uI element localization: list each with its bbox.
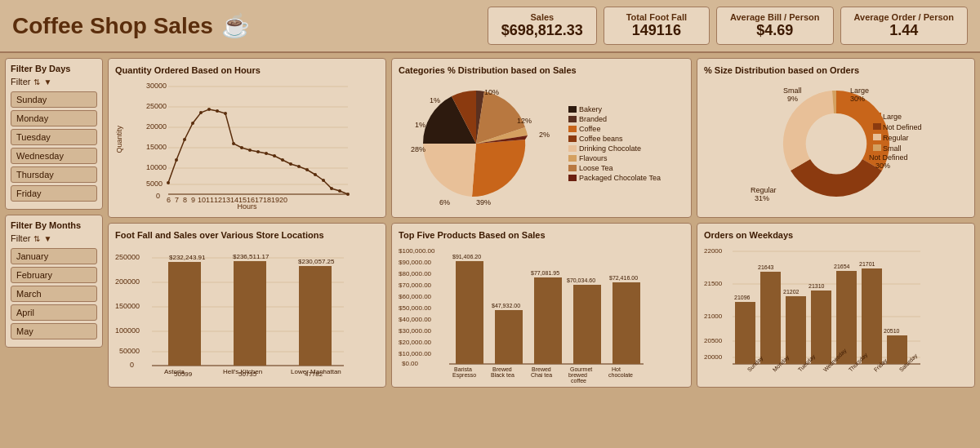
legend-color-coffee (568, 126, 577, 132)
legend-flavours: Flavours (568, 154, 661, 162)
svg-text:28%: 28% (411, 145, 425, 153)
days-list: SundayMondayTuesdayWednesdayThursdayFrid… (11, 91, 97, 202)
sidebar-day-wednesday[interactable]: Wednesday (11, 148, 97, 164)
donut-chart-svg: Large 30% Not Defined 30% Regular 31% Sm… (742, 78, 930, 209)
sidebar-day-friday[interactable]: Friday (11, 185, 97, 202)
legend-color-flavours (568, 155, 577, 162)
filter-funnel-icon-months[interactable]: ▼ (43, 234, 51, 243)
sidebar-month-may[interactable]: May (11, 323, 97, 339)
svg-text:Large: Large (850, 86, 869, 95)
kpi-value-0: $698,812.33 (501, 22, 583, 39)
svg-rect-157 (887, 335, 907, 364)
svg-rect-92 (234, 261, 266, 366)
svg-text:21654: 21654 (834, 264, 850, 269)
coffee-icon: ☕ (221, 12, 250, 39)
kpi-card-1: Total Foot Fall149116 (604, 7, 710, 45)
legend-color-loose-tea (568, 165, 577, 171)
kpi-card-2: Average Bill / Person$4.69 (716, 7, 834, 45)
svg-text:18: 18 (263, 196, 271, 204)
svg-text:Brewed: Brewed (492, 366, 512, 372)
svg-text:9%: 9% (787, 95, 798, 103)
sidebar-months: Filter By Months Filter ⇅ ▼ JanuaryFebru… (5, 215, 103, 348)
svg-text:$230,057.25: $230,057.25 (298, 258, 335, 265)
sidebar-day-thursday[interactable]: Thursday (11, 166, 97, 183)
svg-rect-147 (760, 272, 781, 364)
x-axis-label: Hours (115, 202, 379, 211)
sidebar-days: Filter By Days Filter ⇅ ▼ SundayMondayTu… (5, 58, 103, 210)
line-chart-panel: Quantity Ordered Based on Hours Quantity… (108, 58, 386, 218)
svg-text:21701: 21701 (859, 261, 875, 267)
svg-text:30%: 30% (850, 95, 865, 103)
svg-text:Black tea: Black tea (491, 372, 514, 378)
svg-text:Espresso: Espresso (452, 372, 476, 379)
bar-chart1-title: Foot Fall and Sales over Various Store L… (115, 230, 379, 240)
bar-chart2-panel: Top Five Products Based on Sales $100,00… (391, 223, 692, 388)
svg-text:$232,243.91: $232,243.91 (169, 254, 206, 261)
svg-rect-73 (873, 134, 881, 140)
svg-text:$100,000.00: $100,000.00 (399, 247, 435, 255)
sidebar-month-february[interactable]: February (11, 267, 97, 283)
filter-sort-icon[interactable]: ⇅ (33, 78, 40, 86)
svg-text:13: 13 (222, 196, 230, 204)
svg-text:Not Defined: Not Defined (869, 153, 908, 162)
sidebar-month-april[interactable]: April (11, 304, 97, 321)
filter-controls-days: Filter ⇅ ▼ (11, 77, 97, 86)
legend-label-branded: Branded (579, 115, 607, 123)
svg-rect-155 (862, 268, 882, 364)
svg-point-33 (314, 173, 317, 176)
svg-rect-145 (735, 302, 755, 364)
svg-text:$72,416.00: $72,416.00 (609, 275, 638, 281)
filter-label-months: Filter (11, 233, 30, 243)
svg-text:21310: 21310 (808, 283, 825, 289)
svg-rect-75 (873, 144, 881, 151)
bar-chart1-svg: 250000 200000 150000 100000 50000 0 $232… (115, 243, 352, 378)
bar-chart3-svg: 22000 21500 21000 20500 20000 21096 (704, 243, 924, 378)
svg-point-22 (224, 112, 227, 115)
svg-text:12: 12 (214, 196, 222, 204)
svg-text:20000: 20000 (704, 353, 723, 361)
svg-text:Astoria: Astoria (164, 368, 185, 375)
pie-chart-svg: 12% 2% 39% 6% 28% 1% 1% 10% (399, 78, 562, 209)
filter-funnel-icon[interactable]: ▼ (43, 78, 51, 86)
kpi-cards: Sales$698,812.33Total Foot Fall149116Ave… (488, 7, 968, 45)
sidebar-day-monday[interactable]: Monday (11, 110, 97, 126)
svg-text:$91,406.20: $91,406.20 (452, 254, 481, 259)
svg-text:22000: 22000 (704, 247, 723, 255)
kpi-value-2: $4.69 (730, 22, 820, 39)
filter-label-days: Filter (11, 77, 30, 86)
pie-chart-title: Categories % Distribution based on Sales (399, 65, 684, 75)
sidebar-month-march[interactable]: March (11, 286, 97, 302)
svg-text:6%: 6% (439, 198, 450, 206)
svg-point-19 (199, 111, 203, 114)
app-title: Coffee Shop Sales ☕ (12, 12, 250, 39)
line-chart-title: Quantity Ordered Based on Hours (115, 65, 379, 75)
svg-text:21202: 21202 (783, 289, 800, 295)
svg-rect-121 (612, 282, 640, 364)
svg-point-15 (167, 181, 170, 184)
legend-color-branded (568, 116, 577, 122)
bar-chart2-title: Top Five Products Based on Sales (399, 230, 684, 240)
filter-sort-icon-months[interactable]: ⇅ (33, 234, 40, 243)
svg-text:10000: 10000 (146, 163, 167, 171)
svg-point-24 (240, 146, 243, 149)
sidebar-month-january[interactable]: January (11, 248, 97, 264)
bar-chart3-title: Orders on Weekdays (704, 230, 968, 240)
svg-text:7: 7 (175, 196, 179, 204)
svg-text:Hell's Kitchen: Hell's Kitchen (223, 368, 262, 375)
legend-coffee: Coffee (568, 125, 661, 133)
svg-text:39%: 39% (476, 198, 491, 206)
sidebar-day-tuesday[interactable]: Tuesday (11, 129, 97, 145)
svg-text:Barista: Barista (454, 366, 472, 372)
svg-text:11: 11 (206, 196, 214, 204)
bar-chart1-panel: Foot Fall and Sales over Various Store L… (108, 223, 386, 388)
sidebar-days-title: Filter By Days (11, 64, 97, 73)
svg-text:chocolate: chocolate (608, 372, 633, 378)
header: Coffee Shop Sales ☕ Sales$698,812.33Tota… (0, 0, 980, 53)
svg-text:31%: 31% (755, 194, 769, 202)
svg-text:coffee: coffee (571, 378, 586, 384)
pie-chart-panel: Categories % Distribution based on Sales (391, 58, 692, 218)
svg-rect-153 (836, 271, 857, 364)
svg-point-34 (322, 179, 325, 182)
sidebar-day-sunday[interactable]: Sunday (11, 91, 97, 108)
legend-bakery: Bakery (568, 105, 661, 113)
